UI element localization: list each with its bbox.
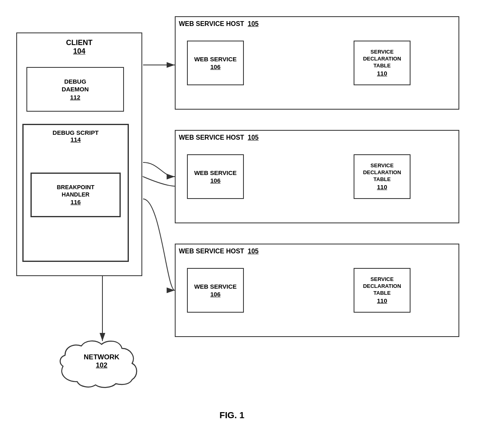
- wsh3-sdt: SERVICE DECLARATION TABLE 110: [354, 268, 411, 313]
- client-label: CLIENT 104: [16, 39, 142, 56]
- wsh2-label: WEB SERVICE HOST 105: [179, 134, 259, 141]
- breakpoint-handler-box: BREAKPOINT HANDLER 116: [30, 173, 121, 217]
- wsh2-web-service: WEB SERVICE 106: [187, 154, 244, 199]
- wsh2-sdt: SERVICE DECLARATION TABLE 110: [354, 154, 411, 199]
- wsh3-label: WEB SERVICE HOST 105: [179, 248, 259, 255]
- debug-daemon-box: DEBUG DAEMON 112: [26, 67, 124, 112]
- wsh1-web-service: WEB SERVICE 106: [187, 41, 244, 85]
- network-label: NETWORK 102: [57, 353, 146, 369]
- wsh3-web-service: WEB SERVICE 106: [187, 268, 244, 313]
- diagram: CLIENT 104 DEBUG DAEMON 112 DEBUG SCRIPT…: [0, 0, 504, 445]
- debug-script-label: DEBUG SCRIPT 114: [22, 129, 129, 143]
- figure-label: FIG. 1: [219, 410, 244, 421]
- wsh1-sdt: SERVICE DECLARATION TABLE 110: [354, 41, 411, 85]
- wsh1-label: WEB SERVICE HOST 105: [179, 20, 259, 28]
